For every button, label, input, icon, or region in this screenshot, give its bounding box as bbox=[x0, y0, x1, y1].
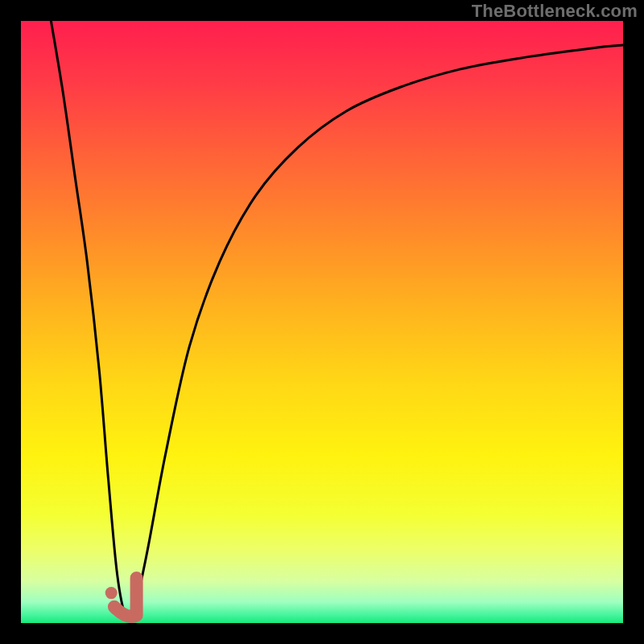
min-marker-dot-icon bbox=[105, 587, 118, 599]
curve-layer bbox=[21, 21, 623, 623]
plot-area bbox=[21, 21, 623, 623]
watermark-text: TheBottleneck.com bbox=[472, 1, 638, 22]
chart-stage: TheBottleneck.com bbox=[0, 0, 644, 644]
bottleneck-curve bbox=[51, 21, 623, 619]
